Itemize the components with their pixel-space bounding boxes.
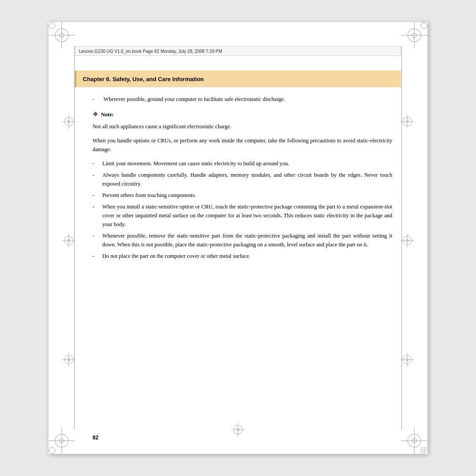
content-area: - Wherever possible, ground your compute… xyxy=(93,95,392,419)
svg-point-14 xyxy=(49,447,55,454)
list-item-5: - Whenever possible, remove the static-s… xyxy=(93,231,392,249)
right-reg-group-mid xyxy=(400,234,414,248)
list-item-4: - When you install a static-sensitive op… xyxy=(93,202,392,229)
left-reg-group-low xyxy=(62,353,76,367)
list-dash-5: - xyxy=(93,231,102,249)
reg-mark-bl xyxy=(48,428,75,454)
list-content-2: Always handle components carefully. Hand… xyxy=(102,171,392,188)
note-label-text: Note: xyxy=(101,110,114,119)
note-text: Not all such appliances cause a signific… xyxy=(93,122,392,131)
header-bar: Lenovo G230 UG V1.0_en.book Page 82 Mond… xyxy=(75,46,401,56)
left-reg-group-mid xyxy=(62,234,76,248)
intro-bullet-text: Wherever possible, ground your computer … xyxy=(104,95,285,104)
page-number: 82 xyxy=(93,435,98,441)
bottom-center-reg xyxy=(231,423,245,439)
right-reg-group-low xyxy=(400,353,414,367)
svg-point-9 xyxy=(421,22,427,29)
page: Lenovo G230 UG V1.0_en.book Page 82 Mond… xyxy=(48,22,428,454)
reg-mark-tl xyxy=(48,22,75,48)
list-content-4: When you install a static-sensitive opti… xyxy=(102,202,392,229)
list-item-6: - Do not place the part on the computer … xyxy=(93,252,392,260)
reg-mark-tr xyxy=(401,22,428,48)
list-dash-6: - xyxy=(93,252,102,260)
svg-point-4 xyxy=(49,22,55,29)
list-item-3: - Prevent others from touching component… xyxy=(93,191,392,200)
list-dash-3: - xyxy=(93,191,102,200)
svg-rect-19 xyxy=(421,447,426,453)
right-reg-group xyxy=(400,115,414,129)
chapter-section: Chapter 6. Safety, Use, and Care Informa… xyxy=(75,71,401,87)
list-item-1: - Limit your movement. Movement can caus… xyxy=(93,159,392,168)
list-content-6: Do not place the part on the computer co… xyxy=(102,252,392,260)
list-content-1: Limit your movement. Movement can cause … xyxy=(102,159,392,168)
list-dash-4: - xyxy=(93,202,102,229)
intro-bullet-dash: - xyxy=(93,95,101,104)
list-item-2: - Always handle components carefully. Ha… xyxy=(93,171,392,188)
list-section: - Limit your movement. Movement can caus… xyxy=(93,159,392,260)
list-dash-1: - xyxy=(93,159,102,168)
chapter-title: Chapter 6. Safety, Use, and Care Informa… xyxy=(83,76,204,82)
list-content-3: Prevent others from touching components. xyxy=(102,191,392,200)
body-paragraph: When you handle options or CRUs, or perf… xyxy=(93,136,392,154)
note-label-container: ❖ Note: xyxy=(93,110,392,119)
intro-bullet-item: - Wherever possible, ground your compute… xyxy=(93,95,392,104)
left-reg-group xyxy=(62,115,76,129)
list-content-5: Whenever possible, remove the static-sen… xyxy=(102,231,392,249)
note-section: ❖ Note: Not all such appliances cause a … xyxy=(93,110,392,131)
note-diamond-icon: ❖ xyxy=(93,110,98,119)
header-text: Lenovo G230 UG V1.0_en.book Page 82 Mond… xyxy=(79,49,222,54)
reg-mark-br xyxy=(401,428,428,454)
list-dash-2: - xyxy=(93,171,102,188)
